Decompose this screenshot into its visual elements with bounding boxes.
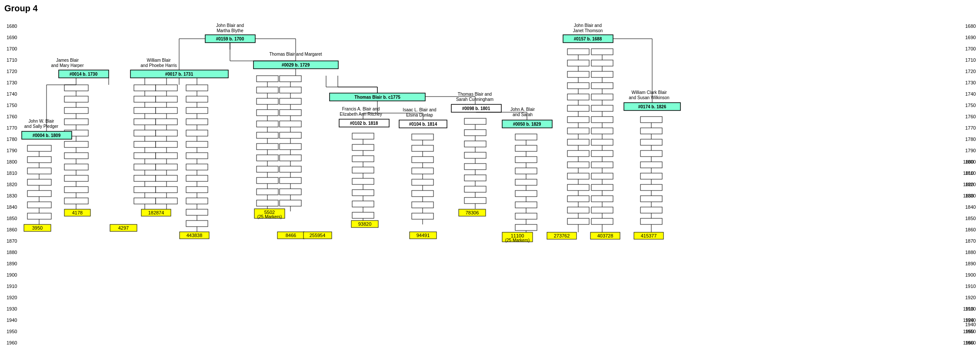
svg-rect-79 [64,175,88,181]
svg-rect-148 [156,141,177,147]
svg-text:and Sally Pledger: and Sally Pledger [24,124,59,129]
svg-text:1820: 1820 [965,182,976,187]
svg-rect-264 [352,144,374,150]
svg-text:1820: 1820 [7,182,17,187]
svg-rect-298 [412,202,433,208]
svg-text:93820: 93820 [358,221,372,227]
svg-text:1820: 1820 [963,182,973,187]
svg-rect-324 [459,209,486,216]
svg-text:1750: 1750 [965,103,976,108]
svg-text:1680: 1680 [965,23,976,29]
svg-rect-395 [591,83,613,89]
svg-rect-363 [567,94,589,100]
svg-rect-427 [640,117,662,123]
svg-rect-336 [515,168,537,174]
svg-text:#0098 b. 1801: #0098 b. 1801 [462,106,490,111]
svg-rect-312 [464,141,486,147]
svg-rect-132 [134,187,156,193]
svg-rect-318 [464,175,486,181]
svg-rect-116 [134,96,156,102]
svg-rect-140 [156,96,177,102]
svg-rect-130 [134,175,156,181]
svg-text:1790: 1790 [965,148,976,153]
svg-rect-397 [591,94,613,100]
svg-rect-201 [257,87,278,93]
svg-text:1710: 1710 [7,57,17,63]
svg-rect-61 [59,70,109,78]
svg-text:1790: 1790 [7,148,17,153]
svg-text:4297: 4297 [118,225,129,231]
svg-rect-228 [280,87,301,93]
svg-text:James Blair: James Blair [56,58,79,63]
svg-rect-215 [257,166,278,172]
svg-rect-83 [64,198,88,204]
svg-rect-71 [64,130,88,136]
svg-text:1870: 1870 [7,238,17,244]
svg-rect-338 [515,179,537,185]
svg-rect-403 [591,128,613,134]
svg-rect-67 [64,107,88,114]
svg-text:1690: 1690 [965,35,976,40]
svg-text:1880: 1880 [965,250,976,255]
svg-rect-217 [257,177,278,184]
svg-rect-89 [22,131,72,139]
svg-text:Sarah Cunningham: Sarah Cunningham [456,97,493,102]
year-labels-right: 1680 1690 1700 1710 1720 1730 1740 1750 … [965,23,976,345]
svg-rect-120 [134,119,156,125]
svg-rect-306 [451,104,501,112]
svg-rect-342 [515,202,537,208]
svg-rect-156 [156,187,177,193]
svg-rect-377 [567,173,589,179]
svg-rect-286 [412,134,433,140]
svg-text:1700: 1700 [7,46,17,51]
svg-rect-274 [352,201,374,207]
svg-rect-85 [64,209,90,216]
svg-text:#0017 b. 1731: #0017 b. 1731 [165,72,193,77]
svg-text:#0014 b. 1730: #0014 b. 1730 [70,72,98,77]
svg-rect-124 [134,141,156,147]
svg-rect-236 [280,132,301,138]
svg-rect-421 [590,232,620,239]
svg-text:182874: 182874 [148,210,164,215]
svg-text:William Blair: William Blair [147,58,171,63]
svg-rect-176 [186,164,208,170]
svg-rect-359 [567,71,589,77]
svg-rect-184 [186,209,208,215]
svg-rect-138 [156,85,177,91]
svg-text:#0050 b. 1829: #0050 b. 1829 [513,122,541,127]
svg-rect-292 [412,168,433,174]
svg-text:Francis A. Blair and: Francis A. Blair and [342,107,380,111]
svg-rect-371 [567,139,589,145]
svg-text:1960: 1960 [7,340,17,345]
svg-text:Thomas Blair and Margaret: Thomas Blair and Margaret [269,52,322,57]
svg-rect-300 [412,213,433,219]
svg-rect-425 [624,103,680,110]
svg-rect-381 [567,196,589,202]
svg-rect-367 [567,117,589,123]
svg-text:and Susan Wilkinson: and Susan Wilkinson [629,95,669,100]
svg-rect-385 [567,218,589,224]
svg-rect-348 [502,232,533,242]
svg-text:Isaac L. Blair and: Isaac L. Blair and [403,107,436,112]
svg-text:1950: 1950 [965,329,976,334]
svg-rect-75 [64,153,88,159]
svg-text:1740: 1740 [965,91,976,97]
svg-rect-357 [567,60,589,66]
svg-rect-310 [464,130,486,136]
svg-rect-411 [591,173,613,179]
svg-text:4178: 4178 [72,210,83,215]
svg-text:415377: 415377 [641,233,657,238]
svg-rect-105 [24,224,51,231]
svg-rect-205 [257,110,278,116]
svg-rect-429 [640,128,662,134]
svg-text:1700: 1700 [965,46,976,51]
svg-rect-322 [464,197,486,204]
svg-rect-164 [186,96,208,102]
svg-text:273762: 273762 [554,233,570,238]
svg-rect-409 [591,162,613,168]
svg-rect-81 [64,187,88,193]
svg-rect-443 [640,207,662,213]
svg-rect-417 [591,207,613,213]
svg-text:1760: 1760 [965,114,976,119]
svg-text:1950: 1950 [7,329,17,334]
